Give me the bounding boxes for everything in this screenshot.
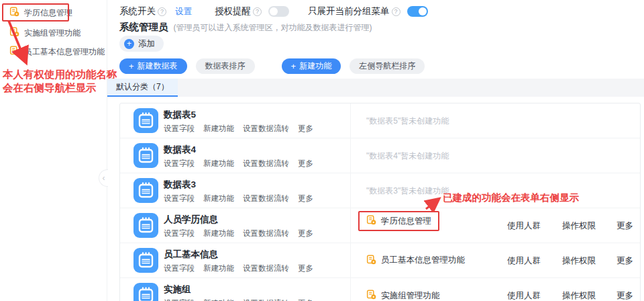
permissions-link[interactable]: 操作权限 xyxy=(562,220,596,231)
row-actions: 设置字段 新建功能 设置数据流转 更多 xyxy=(164,194,313,204)
auth-reminder-toggle[interactable] xyxy=(268,6,289,17)
help-icon[interactable]: ? xyxy=(392,7,400,16)
action-new-function[interactable]: 新建功能 xyxy=(203,228,234,239)
action-set-fields[interactable]: 设置字段 xyxy=(164,228,195,239)
row-actions: 设置字段 新建功能 设置数据流转 更多 xyxy=(164,159,313,169)
datasheet-name: 数据表3 xyxy=(164,179,196,191)
action-new-function[interactable]: 新建功能 xyxy=(203,124,234,134)
annotation-note-table: 已建成的功能会在表单右侧显示 xyxy=(443,191,579,204)
sidebar: 学历信息管理 实施组管理功能 员工基本信息管理功能 本人有权使用的功能名称 会在… xyxy=(0,0,107,301)
add-admin-label: 添加 xyxy=(138,38,155,50)
sidebar-item-yuangong[interactable]: 员工基本信息管理功能 xyxy=(9,44,105,60)
system-switch-label: 系统开关 xyxy=(119,5,156,17)
action-data-flow[interactable]: 设置数据流转 xyxy=(243,228,289,239)
annotation-highlight-box[interactable]: 学历信息管理 xyxy=(358,211,439,231)
toolbar: + 新建数据表 数据表排序 + 新建功能 左侧导航栏排序 xyxy=(119,58,425,74)
users-link[interactable]: 使用人群 xyxy=(507,255,541,266)
action-new-function[interactable]: 新建功能 xyxy=(203,194,234,204)
action-data-flow[interactable]: 设置数据流转 xyxy=(243,194,289,204)
new-datasheet-label: 新建数据表 xyxy=(138,60,178,72)
category-tabstrip: 默认分类（7） xyxy=(107,79,644,97)
table-row: 数据表5 设置字段 新建功能 设置数据流转 更多 "数据表5"暂未创建功能 xyxy=(120,103,640,138)
annotation-highlight-box xyxy=(2,3,69,22)
function-doc-icon xyxy=(9,27,19,40)
expand-group-label: 只展开当前分组菜单 xyxy=(308,5,390,17)
annotation-note-sidebar: 本人有权使用的功能名称 会在右侧导航栏显示 xyxy=(3,68,117,94)
function-label: 员工基本信息管理功能 xyxy=(381,255,465,266)
tab-label: 默认分类（7） xyxy=(116,81,169,93)
sidebar-item-label: 员工基本信息管理功能 xyxy=(24,46,105,58)
admin-row: 系统管理员 (管理员可以进入系统管理区，对功能及数据表进行管理) xyxy=(119,21,372,34)
tab-default-category[interactable]: 默认分类（7） xyxy=(107,79,178,97)
action-more[interactable]: 更多 xyxy=(298,228,313,239)
users-link[interactable]: 使用人群 xyxy=(507,290,541,301)
no-function-status: "数据表5"暂未创建功能 xyxy=(366,115,449,126)
datasheet-icon xyxy=(133,143,158,171)
action-set-fields[interactable]: 设置字段 xyxy=(164,263,195,273)
add-admin-button[interactable]: + 添加 xyxy=(119,36,164,52)
users-link[interactable]: 使用人群 xyxy=(507,220,541,231)
sidebar-collapse-handle[interactable]: ‹ xyxy=(99,169,108,187)
more-link[interactable]: 更多 xyxy=(616,290,633,301)
permissions-link[interactable]: 操作权限 xyxy=(562,290,596,301)
sidebar-item-label: 实施组管理功能 xyxy=(24,28,80,39)
function-label: 实施组管理功能 xyxy=(381,290,440,301)
sidebar-item-shishizu[interactable]: 实施组管理功能 xyxy=(9,25,80,41)
action-data-flow[interactable]: 设置数据流转 xyxy=(243,263,289,273)
settings-link[interactable]: 设置 xyxy=(175,6,192,17)
plus-icon: + xyxy=(129,61,134,71)
row-actions: 设置字段 新建功能 设置数据流转 更多 xyxy=(164,228,313,239)
more-link[interactable]: 更多 xyxy=(616,255,633,266)
action-more[interactable]: 更多 xyxy=(298,298,313,301)
function-doc-icon xyxy=(366,255,376,267)
settings-row: 系统开关 ? 设置 授权提醒 ? 只展开当前分组菜单 ? xyxy=(119,4,428,19)
action-more[interactable]: 更多 xyxy=(298,159,313,169)
action-set-fields[interactable]: 设置字段 xyxy=(164,298,195,301)
function-link[interactable]: 员工基本信息管理功能 xyxy=(366,255,465,267)
admin-title: 系统管理员 xyxy=(119,21,168,34)
datasheet-name: 数据表4 xyxy=(164,144,196,156)
datasheet-name: 实施组 xyxy=(164,284,191,296)
datasheet-sort-button[interactable]: 数据表排序 xyxy=(196,58,255,74)
action-data-flow[interactable]: 设置数据流转 xyxy=(243,124,289,134)
datasheet-icon xyxy=(133,108,158,136)
new-datasheet-button[interactable]: + 新建数据表 xyxy=(119,58,187,74)
datasheet-name: 员工基本信息 xyxy=(164,249,218,261)
expand-group-toggle[interactable] xyxy=(407,6,428,17)
action-set-fields[interactable]: 设置字段 xyxy=(164,124,195,134)
action-more[interactable]: 更多 xyxy=(298,263,313,273)
datasheet-icon xyxy=(133,178,158,206)
no-function-status: "数据表3"暂未创建功能 xyxy=(366,185,449,196)
action-more[interactable]: 更多 xyxy=(298,124,313,134)
nav-sort-button[interactable]: 左侧导航栏排序 xyxy=(350,58,425,74)
permissions-link[interactable]: 操作权限 xyxy=(562,255,596,266)
help-icon[interactable]: ? xyxy=(158,7,166,16)
action-data-flow[interactable]: 设置数据流转 xyxy=(243,298,289,301)
admin-note: (管理员可以进入系统管理区，对功能及数据表进行管理) xyxy=(174,22,372,34)
action-data-flow[interactable]: 设置数据流转 xyxy=(243,159,289,169)
help-icon[interactable]: ? xyxy=(253,7,262,16)
action-more[interactable]: 更多 xyxy=(298,194,313,204)
action-set-fields[interactable]: 设置字段 xyxy=(164,159,195,169)
main-panel: 系统开关 ? 设置 授权提醒 ? 只展开当前分组菜单 ? 系统管理员 (管理员可… xyxy=(107,0,644,301)
action-new-function[interactable]: 新建功能 xyxy=(203,263,234,273)
more-link[interactable]: 更多 xyxy=(616,220,633,231)
function-doc-icon xyxy=(9,46,19,58)
row-actions: 设置字段 新建功能 设置数据流转 更多 xyxy=(164,124,313,134)
datasheet-icon xyxy=(133,283,158,301)
function-link[interactable]: 实施组管理功能 xyxy=(366,290,440,301)
datasheet-icon xyxy=(133,213,158,241)
no-function-status: "数据表4"暂未创建功能 xyxy=(366,150,449,161)
action-new-function[interactable]: 新建功能 xyxy=(203,298,234,301)
table-row: 人员学历信息 设置字段 新建功能 设置数据流转 更多 学历信息管理 xyxy=(120,208,640,243)
table-row: 实施组 设置字段 新建功能 设置数据流转 更多 实施组管理功能 xyxy=(120,278,640,301)
function-link[interactable]: 学历信息管理 xyxy=(381,216,431,227)
new-function-label: 新建功能 xyxy=(299,60,331,72)
datasheet-name: 数据表5 xyxy=(164,109,196,121)
plus-icon: + xyxy=(124,39,134,49)
action-set-fields[interactable]: 设置字段 xyxy=(164,194,195,204)
table-row: 数据表4 设置字段 新建功能 设置数据流转 更多 "数据表4"暂未创建功能 xyxy=(120,138,640,173)
new-function-button[interactable]: + 新建功能 xyxy=(282,58,341,74)
action-new-function[interactable]: 新建功能 xyxy=(203,159,234,169)
auth-reminder-label: 授权提醒 xyxy=(215,5,251,17)
